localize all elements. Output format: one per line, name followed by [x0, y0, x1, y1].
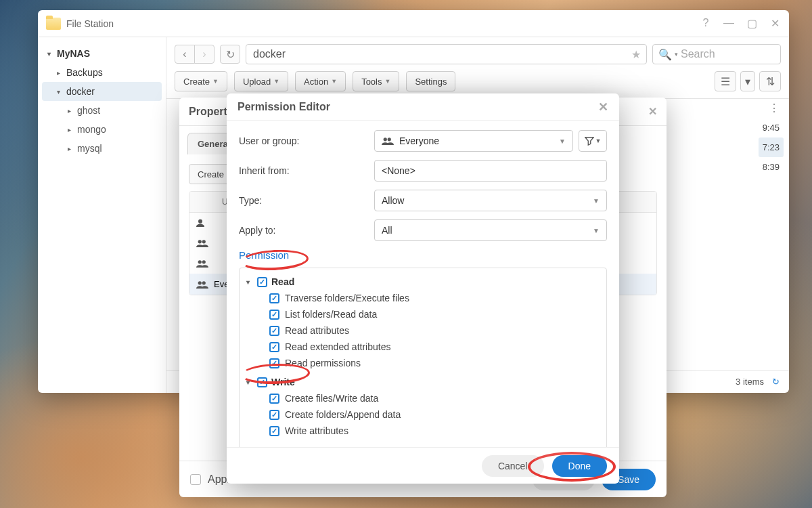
action-button[interactable]: Action▼ — [295, 71, 346, 91]
perm-done-button[interactable]: Done — [552, 455, 607, 477]
group-icon — [196, 280, 208, 289]
svg-point-8 — [388, 137, 391, 141]
file-row-time: 8:39 — [763, 157, 780, 177]
checkbox-write[interactable] — [257, 377, 267, 387]
svg-point-4 — [202, 260, 206, 263]
inherit-from-field[interactable]: <None> — [374, 160, 607, 182]
row-menu-icon[interactable]: ⋮ — [769, 102, 780, 114]
close-icon[interactable]: ✕ — [769, 17, 781, 30]
perm-item[interactable]: Create files/Write data — [246, 390, 600, 406]
file-row-time: 7:23 — [759, 137, 784, 157]
user-icon — [196, 218, 208, 228]
nav-forward-button[interactable]: › — [194, 45, 215, 64]
perm-cancel-button[interactable]: Cancel — [482, 455, 544, 477]
svg-point-3 — [198, 260, 202, 263]
svg-point-7 — [384, 137, 387, 141]
nav-back-button[interactable]: ‹ — [175, 45, 195, 64]
chevron-down-icon: ▾ — [246, 278, 253, 286]
perm-item[interactable]: List folders/Read data — [246, 306, 600, 322]
funnel-icon — [585, 136, 594, 146]
label-type: Type: — [239, 195, 374, 206]
perm-item[interactable]: Read permissions — [246, 355, 600, 371]
view-options-icon[interactable]: ▾ — [740, 71, 755, 91]
user-or-group-select[interactable]: Everyone▼ — [374, 130, 573, 152]
sidebar-item-mysql[interactable]: ▸mysql — [38, 139, 166, 158]
perm-item[interactable]: Read attributes — [246, 322, 600, 339]
perm-group-write[interactable]: ▾ Write — [246, 374, 600, 390]
file-time-column: 9:45 7:23 8:39 — [763, 118, 780, 177]
apply-to-select[interactable]: All▼ — [374, 219, 607, 241]
type-select[interactable]: Allow▼ — [374, 190, 607, 211]
permission-tree[interactable]: ▾ Read Traverse folders/Execute files Li… — [239, 268, 607, 447]
sidebar-root[interactable]: ▾MyNAS — [38, 44, 166, 63]
maximize-icon[interactable]: ▢ — [746, 17, 758, 30]
checkbox[interactable] — [269, 394, 279, 404]
svg-point-0 — [198, 219, 202, 224]
permission-editor-dialog: Permission Editor ✕ User or group: Every… — [227, 93, 619, 484]
checkbox[interactable] — [269, 293, 279, 303]
search-input[interactable]: 🔍▾ Search — [652, 44, 781, 64]
svg-point-2 — [202, 240, 206, 243]
permission-section-title: Permission — [239, 249, 607, 261]
app-folder-icon — [46, 18, 61, 30]
chevron-down-icon: ▾ — [246, 379, 253, 386]
sidebar-item-backups[interactable]: ▸Backups — [38, 63, 166, 82]
group-icon — [196, 238, 208, 248]
minimize-icon[interactable]: — — [723, 17, 735, 30]
label-inherit-from: Inherit from: — [239, 165, 374, 176]
path-input[interactable]: docker ★ — [246, 44, 647, 64]
create-button[interactable]: Create▼ — [175, 71, 227, 91]
perm-item[interactable]: Write attributes — [246, 423, 600, 439]
perm-item[interactable]: Read extended attributes — [246, 339, 600, 355]
checkbox[interactable] — [269, 342, 279, 352]
sidebar-item-ghost[interactable]: ▸ghost — [38, 101, 166, 120]
perm-item[interactable]: Create folders/Append data — [246, 406, 600, 423]
checkbox-read[interactable] — [257, 277, 267, 287]
status-refresh-icon[interactable]: ↻ — [772, 377, 780, 387]
sidebar: ▾MyNAS ▸Backups ▾docker ▸ghost ▸mongo ▸m… — [38, 37, 166, 393]
label-user-or-group: User or group: — [239, 135, 374, 146]
svg-point-5 — [198, 281, 202, 284]
nav-refresh-button[interactable]: ↻ — [220, 45, 240, 64]
permission-editor-close-icon[interactable]: ✕ — [598, 100, 608, 114]
upload-button[interactable]: Upload▼ — [234, 71, 288, 91]
checkbox[interactable] — [269, 310, 279, 320]
permission-editor-title: Permission Editor — [238, 101, 330, 113]
checkbox[interactable] — [269, 358, 279, 368]
perm-item[interactable]: Traverse folders/Execute files — [246, 290, 600, 306]
sidebar-item-mongo[interactable]: ▸mongo — [38, 120, 166, 139]
sort-icon[interactable]: ⇅ — [759, 71, 781, 91]
group-icon — [382, 136, 394, 146]
sidebar-item-docker[interactable]: ▾docker — [42, 82, 162, 101]
search-icon: 🔍 — [658, 48, 672, 61]
checkbox[interactable] — [269, 426, 279, 436]
tools-button[interactable]: Tools▼ — [353, 71, 399, 91]
label-apply-to: Apply to: — [239, 225, 374, 236]
svg-point-6 — [202, 281, 206, 284]
svg-point-1 — [198, 240, 202, 243]
status-item-count: 3 items — [736, 377, 764, 387]
checkbox[interactable] — [269, 326, 279, 336]
sidebar-root-label: MyNAS — [57, 48, 90, 59]
file-row-time: 9:45 — [763, 118, 780, 137]
app-title: File Station — [66, 18, 114, 29]
checkbox[interactable] — [269, 410, 279, 420]
help-icon[interactable]: ? — [700, 17, 712, 30]
settings-button[interactable]: Settings — [406, 71, 455, 91]
titlebar: File Station ? — ▢ ✕ — [38, 10, 789, 37]
properties-close-icon[interactable]: ✕ — [648, 105, 657, 118]
favorite-star-icon[interactable]: ★ — [631, 48, 641, 61]
group-icon — [196, 259, 208, 268]
apply-to-subfolders-checkbox[interactable] — [190, 474, 201, 485]
perm-group-read[interactable]: ▾ Read — [246, 274, 600, 290]
view-list-icon[interactable]: ☰ — [715, 71, 736, 91]
filter-button[interactable]: ▼ — [579, 130, 607, 152]
